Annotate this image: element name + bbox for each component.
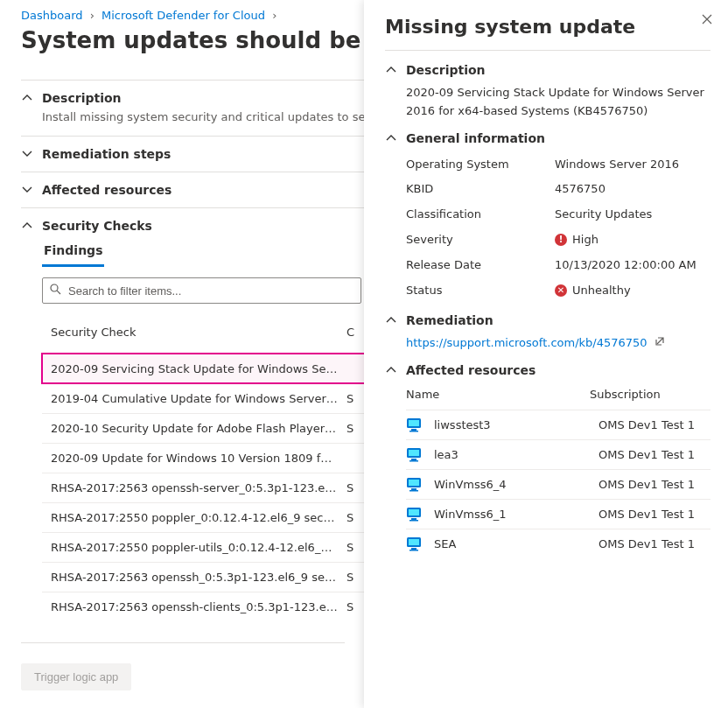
kv-key: Release Date (406, 256, 555, 275)
table-row[interactable]: 2020-09 Servicing Stack Update for Windo… (42, 354, 366, 383)
resource-name: SEA (434, 537, 590, 550)
kv-value: Security Updates (555, 206, 710, 224)
vm-icon (406, 417, 425, 432)
table-row[interactable]: 2020-09 Update for Windows 10 Version 18… (42, 443, 366, 473)
table-row[interactable]: RHSA-2017:2563 openssh_0:5.3p1-123.el6_9… (42, 562, 366, 592)
resource-row[interactable]: WinVmss6_1OMS Dev1 Test 1 (406, 499, 710, 529)
table-row[interactable]: 2020-10 Security Update for Adobe Flash … (42, 413, 366, 443)
chevron-up-icon (385, 315, 397, 326)
finding-name: RHSA-2017:2563 openssh-server_0:5.3p1-12… (51, 481, 338, 494)
panel-general-label: General information (406, 131, 545, 145)
panel-remediation-header[interactable]: Remediation (385, 313, 710, 327)
table-row[interactable]: RHSA-2017:2550 poppler_0:0.12.4-12.el6_9… (42, 502, 366, 532)
table-row[interactable]: RHSA-2017:2550 poppler-utils_0:0.12.4-12… (42, 532, 366, 562)
details-panel: Missing system update Description 2020-0… (364, 0, 728, 708)
section-affected-label: Affected resources (42, 183, 172, 197)
kv-key: Status (406, 282, 555, 300)
resource-subscription: OMS Dev1 Test 1 (598, 448, 710, 461)
finding-category (346, 452, 355, 465)
resource-name: WinVmss6_1 (434, 508, 590, 521)
kv-value: Windows Server 2016 (555, 156, 710, 174)
finding-name: 2019-04 Cumulative Update for Windows Se… (51, 392, 338, 405)
panel-description-label: Description (406, 63, 486, 77)
tab-findings[interactable]: Findings (42, 238, 104, 267)
vm-icon (406, 536, 425, 551)
vm-icon (406, 447, 425, 462)
close-icon[interactable] (702, 14, 712, 25)
table-row[interactable]: RHSA-2017:2563 openssh-clients_0:5.3p1-1… (42, 592, 366, 621)
resource-row[interactable]: WinVmss6_4OMS Dev1 Test 1 (406, 469, 710, 499)
kv-value: 4576750 (555, 180, 710, 199)
kv-key: Operating System (406, 156, 555, 174)
kv-key: KBID (406, 180, 555, 199)
kv-value: !High (555, 231, 710, 249)
resource-name: lea3 (434, 448, 590, 461)
finding-name: 2020-09 Update for Windows 10 Version 18… (51, 452, 338, 465)
search-icon (50, 284, 61, 298)
vm-icon (406, 477, 425, 492)
finding-name: 2020-10 Security Update for Adobe Flash … (51, 422, 338, 435)
chevron-up-icon (385, 65, 397, 75)
table-header-category[interactable]: C (346, 319, 363, 346)
chevron-down-icon (21, 185, 33, 195)
vm-icon (406, 507, 425, 522)
finding-category: S (346, 511, 355, 524)
finding-name: 2020-09 Servicing Stack Update for Windo… (51, 362, 338, 375)
panel-description-text: 2020-09 Servicing Stack Update for Windo… (385, 77, 710, 128)
res-header-subscription[interactable]: Subscription (590, 388, 710, 401)
resource-subscription: OMS Dev1 Test 1 (598, 508, 710, 521)
chevron-down-icon (21, 149, 33, 159)
panel-title: Missing system update (385, 16, 710, 38)
table-header-security-check[interactable]: Security Check (51, 319, 338, 346)
panel-general-header[interactable]: General information (385, 131, 710, 145)
severity-high-icon: ! (555, 234, 567, 246)
kv-key: Severity (406, 231, 555, 249)
external-link-icon (654, 334, 665, 353)
finding-category (346, 362, 355, 375)
search-input-wrap[interactable] (42, 277, 361, 304)
finding-name: RHSA-2017:2550 poppler-utils_0:0.12.4-12… (51, 541, 338, 554)
section-remediation-label: Remediation steps (42, 147, 171, 161)
search-input[interactable] (66, 284, 354, 298)
resource-row[interactable]: liwsstest3OMS Dev1 Test 1 (406, 410, 710, 439)
kv-value: ✕Unhealthy (555, 282, 710, 300)
table-row[interactable]: RHSA-2017:2563 openssh-server_0:5.3p1-12… (42, 473, 366, 502)
panel-description-header[interactable]: Description (385, 63, 710, 77)
kv-key: Classification (406, 206, 555, 224)
finding-category: S (346, 392, 355, 405)
chevron-up-icon (385, 365, 397, 375)
panel-resources-label: Affected resources (406, 363, 536, 377)
finding-category: S (346, 422, 355, 435)
res-header-name[interactable]: Name (406, 388, 590, 401)
section-description-label: Description (42, 91, 122, 105)
resource-row[interactable]: lea3OMS Dev1 Test 1 (406, 439, 710, 469)
breadcrumb-dashboard[interactable]: Dashboard (21, 9, 83, 22)
chevron-up-icon (21, 221, 33, 231)
finding-category: S (346, 541, 355, 554)
chevron-up-icon (21, 93, 33, 103)
chevron-up-icon (385, 133, 397, 144)
table-row[interactable]: 2019-04 Cumulative Update for Windows Se… (42, 383, 366, 413)
finding-name: RHSA-2017:2550 poppler_0:0.12.4-12.el6_9… (51, 511, 338, 524)
finding-name: RHSA-2017:2563 openssh_0:5.3p1-123.el6_9… (51, 571, 338, 584)
finding-category: S (346, 571, 355, 584)
resource-name: liwsstest3 (434, 418, 590, 431)
resource-subscription: OMS Dev1 Test 1 (598, 478, 710, 491)
resource-name: WinVmss6_4 (434, 478, 590, 491)
finding-category: S (346, 481, 355, 494)
remediation-link[interactable]: https://support.microsoft.com/kb/4576750 (406, 334, 648, 353)
panel-resources-header[interactable]: Affected resources (385, 363, 710, 377)
breadcrumb-defender[interactable]: Microsoft Defender for Cloud (102, 9, 265, 22)
resource-subscription: OMS Dev1 Test 1 (598, 537, 710, 550)
resource-subscription: OMS Dev1 Test 1 (598, 418, 710, 431)
finding-name: RHSA-2017:2563 openssh-clients_0:5.3p1-1… (51, 600, 338, 613)
status-unhealthy-icon: ✕ (555, 284, 567, 297)
resource-row[interactable]: SEAOMS Dev1 Test 1 (406, 529, 710, 558)
findings-table: Security Check C 2020-09 Servicing Stack… (42, 311, 366, 621)
section-checks-label: Security Checks (42, 219, 152, 233)
trigger-logic-app-button[interactable]: Trigger logic app (21, 663, 131, 690)
finding-category: S (346, 600, 355, 613)
panel-remediation-label: Remediation (406, 313, 494, 327)
kv-value: 10/13/2020 12:00:00 AM (555, 256, 710, 275)
